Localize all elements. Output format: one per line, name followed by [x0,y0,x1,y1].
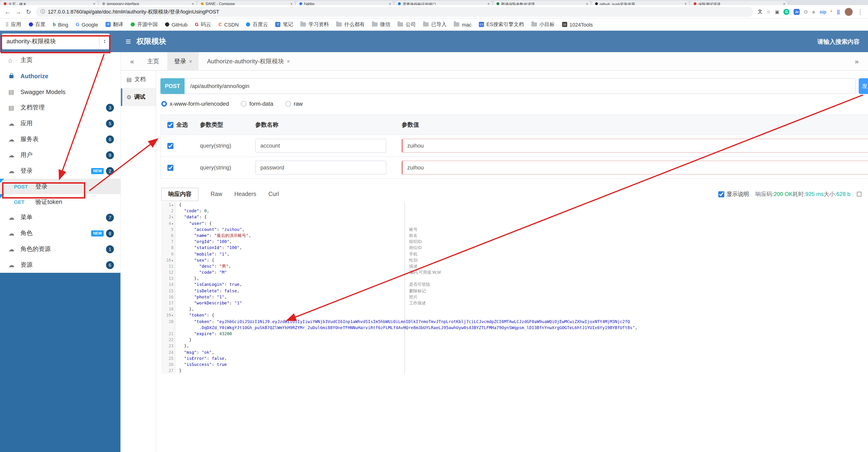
sidebar-item-menu[interactable]: ☁ 菜单 7 [0,209,120,225]
reload-icon[interactable]: ↻ [26,8,31,15]
bookmark-item[interactable]: ⣿应用 [6,21,21,28]
browser-tab[interactable]: 主页 - 建木× [0,1,99,5]
sidebar-item-role[interactable]: ☁ 角色 NEW 8 [0,225,120,241]
bookmark-item[interactable]: CCSDN [218,22,239,27]
bookmark-item[interactable]: 微信 [372,21,390,28]
sip-ext-icon[interactable]: sip [820,9,827,14]
fold-icon[interactable]: ▾ [172,222,174,226]
browser-tab[interactable]: 需要身份验证的接口× [394,1,493,5]
debug-view-button[interactable]: ⚙ 调试 [121,88,156,106]
back-icon[interactable]: ← [5,8,11,15]
show-desc-toggle[interactable]: 显示说明 [718,190,749,198]
browser-tab[interactable]: SANE - Compose× [197,1,296,5]
sidebar-item-authorize[interactable]: Authorize [0,68,120,84]
tab-headers[interactable]: Headers [234,191,256,197]
module-select[interactable]: authority-权限模块 ▴▾ [2,33,110,49]
grid-ext-icon[interactable]: ⣿ [836,9,840,14]
bookmark-item[interactable]: GitHub [165,22,188,27]
sidebar-item-post-login[interactable]: POST 登录 [0,179,120,194]
sidebar-item-home[interactable]: ⌂ 主页 [0,52,120,68]
sidebar-item-service-table[interactable]: ☁ 服务表 6 [0,131,120,147]
sidebar-item-get-verify-token[interactable]: GET 验证token [0,194,120,209]
bookmark-item[interactable]: G码云 [195,21,211,28]
tab-close-icon[interactable]: × [586,2,588,5]
fold-icon[interactable]: ▾ [172,314,174,318]
radio-x-www-form-urlencoded[interactable]: x-www-form-urlencoded [161,101,229,107]
doc-view-button[interactable]: ▤ 文档 [121,71,156,88]
bookmark-item[interactable]: GGoogle [75,22,98,27]
bookmark-item[interactable]: mac [454,22,472,27]
sidebar-item-login-group[interactable]: ☁ 登录 NEW 2 [0,163,120,179]
radio-raw[interactable]: raw [285,101,303,107]
bookmark-item[interactable]: ESES搜索引擎文档 [479,21,524,28]
tab-curl[interactable]: Curl [269,191,279,197]
param-value-input[interactable] [402,139,868,153]
bookmark-item[interactable]: 记笔记 [276,21,293,28]
collapse-tabs-icon[interactable]: « [130,57,134,65]
tab-close-icon[interactable]: × [93,2,95,5]
bookmark-item[interactable]: 译翻译 [105,21,123,28]
address-bar[interactable]: ⓘ 127.0.0.1:8760/api/gate/doc.html#/auth… [36,7,753,17]
bookmark-item[interactable]: 学习资料 [301,21,329,28]
param-value-input[interactable] [402,161,868,175]
tab-close-icon[interactable]: × [488,2,490,5]
tab-close-icon[interactable]: × [783,2,785,5]
browser-tab[interactable]: 保险测试环境× [690,1,788,5]
bookmark-item[interactable]: 小目标 [531,21,555,28]
bookmark-item[interactable]: 百度云 [246,21,268,28]
avatar[interactable] [845,8,852,16]
show-desc-checkbox[interactable] [718,191,724,197]
close-icon[interactable]: × [189,58,192,64]
fold-icon[interactable]: ▾ [172,216,174,220]
browser-tab[interactable]: temporary-interface× [99,1,197,5]
pinwheel-ext-icon[interactable]: * [831,9,832,14]
shield-ext-icon[interactable]: ◈ [812,9,815,14]
select-all-checkbox[interactable] [167,122,174,128]
search-input[interactable] [784,37,861,46]
expand-tabs-icon[interactable]: » [855,57,859,65]
translate-icon[interactable]: 文 [758,8,763,15]
tab-login[interactable]: 登录 × [167,52,199,70]
sidebar-item-app[interactable]: ☁ 应用 5 [0,115,120,131]
tab-response-content[interactable]: 响应内容 [161,187,198,201]
tab-close-icon[interactable]: × [389,2,391,5]
sidebar-item-role-resource[interactable]: ☁ 角色的资源 1 [0,241,120,257]
tab-close-icon[interactable]: × [685,2,687,5]
param-name-input[interactable] [255,161,386,175]
bookmark-item[interactable]: 百度 [29,21,45,28]
sidebar-item-user[interactable]: ☁ 用户 9 [0,147,120,163]
bookmark-item[interactable]: 开源中国 [131,21,158,28]
bookmark-item[interactable]: 什么都有 [336,21,365,28]
radio-form-data[interactable]: form-data [241,101,273,107]
param-name-input[interactable] [255,139,386,153]
json-ext-icon[interactable]: Jx [794,9,800,15]
browser-tab[interactable]: 图盛保险参数值清理× [493,1,591,5]
tab-home[interactable]: 主页 [141,52,166,70]
grammarly-ext-icon[interactable]: G [784,9,790,15]
sidebar-item-swagger-models[interactable]: ▤ Swagger Models [0,84,120,100]
row-checkbox[interactable] [167,165,174,171]
close-icon[interactable]: × [287,58,290,64]
row-checkbox[interactable] [167,143,174,149]
fold-icon[interactable]: ▾ [172,259,174,262]
send-button[interactable]: 发送 [859,78,868,94]
tab-authorize[interactable]: Authorize-authority-权限模块 × [200,52,297,70]
browser-tab[interactable]: habbo× [296,1,394,5]
bookmark-item[interactable]: 101024Tools [562,22,593,27]
screenshot-ext-icon[interactable]: ▣ [775,9,779,14]
request-url-input[interactable] [185,78,856,94]
bookmark-item[interactable]: 公司 [398,21,416,28]
bookmark-star-icon[interactable]: ☆ [767,9,771,14]
fold-icon[interactable]: ▾ [172,203,174,207]
fullscreen-icon[interactable] [857,192,862,196]
forward-icon[interactable]: → [16,8,21,15]
browser-tab[interactable]: github_push安装使用× [591,1,690,5]
hamburger-icon[interactable]: ≡ [126,36,131,47]
tab-close-icon[interactable]: × [290,2,292,5]
more-menu-icon[interactable]: ⋮ [857,8,863,15]
bookmark-item[interactable]: 已导入 [423,21,446,28]
tab-raw[interactable]: Raw [211,191,222,197]
sidebar-item-resource[interactable]: ☁ 资源 6 [0,257,120,273]
sidebar-item-doc-manage[interactable]: ▤ 文档管理 3 [0,100,120,115]
bookmark-item[interactable]: bBing [53,22,68,27]
